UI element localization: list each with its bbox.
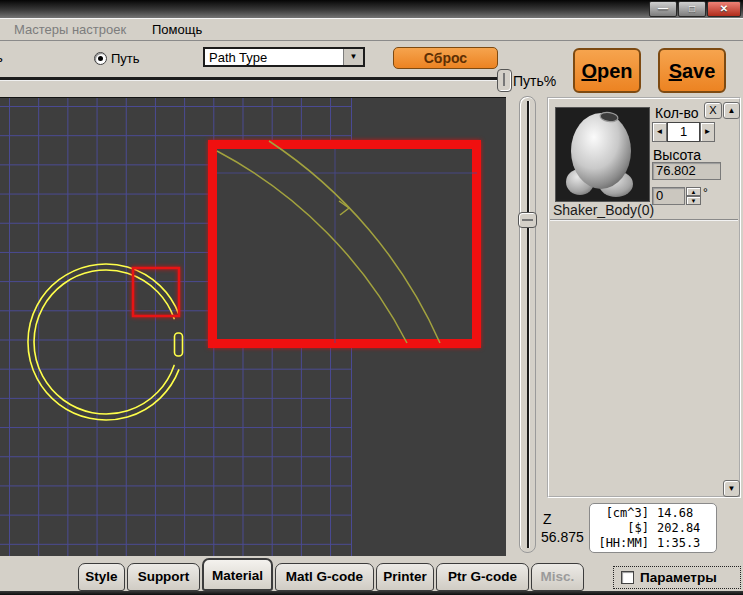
menu-item-wizards[interactable]: Мастеры настроек [14, 22, 126, 37]
minimize-icon: — [658, 3, 668, 14]
print-stats-box: [cm^3] 14.68 [$] 202.84 [HH:MM] 1:35.3 [589, 503, 717, 553]
tab-style[interactable]: Style [78, 563, 125, 591]
path-radio-label: Путь [111, 51, 140, 66]
menu-bar: Мастеры настроек Помощь [0, 18, 743, 41]
minimize-button[interactable]: — [649, 1, 677, 17]
layer-slider-thumb[interactable] [518, 212, 537, 228]
window-bottom-edge [0, 591, 743, 595]
parameters-toggle[interactable]: Параметры [613, 566, 741, 589]
path-percent-slider-track[interactable] [0, 77, 498, 81]
panel-separator [550, 219, 738, 221]
close-icon: ✕ [720, 3, 728, 14]
quantity-increment-button[interactable]: ► [700, 122, 715, 142]
close-button[interactable]: ✕ [707, 1, 741, 17]
path-type-value: Path Type [209, 50, 267, 65]
model-name-label: Shaker_Body(0) [553, 202, 654, 218]
rotation-field[interactable]: 0 [652, 187, 685, 205]
open-button[interactable]: Open [573, 48, 641, 93]
tab-misc: Misc. [531, 563, 584, 591]
degrees-label: ° [703, 186, 708, 200]
radio-circle-icon [94, 52, 107, 65]
stat-volume: [cm^3] 14.68 [593, 506, 713, 521]
height-label: Высота [653, 147, 701, 163]
path-type-dropdown[interactable]: Path Type ▼ [203, 47, 365, 67]
save-button[interactable]: Save [658, 48, 726, 93]
truncated-radio-label: ь [0, 50, 3, 65]
tab-material[interactable]: Material [202, 558, 273, 591]
title-bar [0, 0, 743, 18]
maximize-icon: □ [689, 3, 695, 14]
reset-button[interactable]: Сброс [393, 47, 498, 69]
parameters-label: Параметры [640, 570, 717, 585]
path-percent-slider-thumb[interactable] [497, 69, 512, 92]
tab-support[interactable]: Support [127, 563, 200, 591]
path-percent-label: Путь% [513, 73, 556, 89]
stat-time: [HH:MM] 1:35.3 [593, 536, 713, 551]
chevron-down-icon[interactable]: ▼ [343, 49, 363, 65]
save-button-label: ave [682, 60, 715, 82]
quantity-label: Кол-во [655, 105, 699, 121]
tab-matl-gcode[interactable]: Matl G-code [275, 563, 374, 591]
menu-item-help[interactable]: Помощь [152, 22, 202, 37]
scroll-up-button[interactable]: ▲ [723, 102, 740, 119]
toolpath-layer [0, 98, 506, 556]
tab-printer[interactable]: Printer [376, 563, 434, 591]
tab-ptr-gcode[interactable]: Ptr G-code [436, 563, 529, 591]
print-bed-canvas[interactable] [0, 97, 506, 556]
zoom-inset [213, 141, 478, 344]
z-label: Z [543, 511, 552, 527]
parameters-checkbox[interactable] [621, 571, 634, 584]
rotation-down-button[interactable]: ▼ [686, 196, 701, 205]
zoom-source-rect [133, 268, 179, 316]
open-button-mnemonic: O [581, 60, 597, 82]
toolpath-ring [28, 264, 183, 420]
maximize-button[interactable]: □ [678, 1, 706, 17]
scroll-down-button[interactable]: ▼ [723, 480, 740, 497]
layer-slider-track[interactable] [519, 96, 536, 553]
stat-cost: [$] 202.84 [593, 521, 713, 536]
quantity-decrement-button[interactable]: ◄ [652, 122, 667, 142]
quantity-value[interactable]: 1 [667, 122, 700, 142]
save-button-mnemonic: S [669, 60, 682, 82]
rotation-up-button[interactable]: ▲ [686, 187, 701, 196]
model-thumbnail[interactable] [555, 107, 650, 202]
open-button-label: pen [597, 60, 633, 82]
height-value: 76.802 [652, 162, 721, 180]
z-value: 56.875 [541, 529, 584, 545]
model-close-button[interactable]: X [704, 102, 722, 119]
